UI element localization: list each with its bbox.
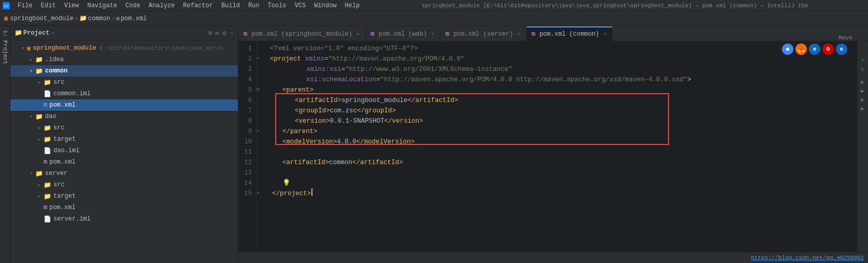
ie-icon[interactable]: e	[836, 43, 847, 55]
run-btn-1[interactable]: ▶	[861, 79, 864, 85]
tree-item-common-src[interactable]: ▸ 📁 src	[10, 77, 238, 88]
breadcrumb-module-icon: ▣	[4, 14, 8, 22]
menu-build[interactable]: Build	[217, 1, 244, 10]
tab-close-2[interactable]: ×	[517, 31, 521, 37]
pom-spacer	[35, 103, 44, 108]
tree-item-common-iml[interactable]: 📄 common.iml	[10, 88, 238, 99]
tab-server[interactable]: m pom.xml (server) ×	[440, 26, 527, 41]
common-iml-label: common.iml	[53, 90, 91, 97]
edge-icon[interactable]: e	[809, 43, 820, 55]
toggle-common-src[interactable]: ▸	[35, 79, 44, 85]
dao-iml-spacer	[35, 148, 44, 154]
dropdown-icon[interactable]: ▾	[51, 30, 54, 36]
menu-edit[interactable]: Edit	[37, 1, 60, 10]
menu-view[interactable]: View	[60, 1, 83, 10]
toggle-server-src[interactable]: ▸	[35, 182, 44, 188]
menu-file[interactable]: File	[13, 1, 37, 10]
run-btn-4[interactable]: ▶	[861, 105, 864, 112]
tree-item-dao[interactable]: ▾ 📁 dao	[10, 111, 238, 122]
tree-item-dao-iml[interactable]: 📄 dao.iml	[10, 145, 238, 156]
opera-icon[interactable]: O	[822, 43, 834, 55]
firefox-icon[interactable]: 🦊	[795, 43, 807, 55]
code-line-8: <version>0.0.1-SNAPSHOT</version>	[270, 116, 864, 126]
tree-item-root[interactable]: ▾ ▣ springboot_module E:\Git\GitReposito…	[10, 42, 238, 54]
breadcrumb-file[interactable]: pom.xml	[121, 15, 147, 22]
tree-item-dao-pom[interactable]: m pom.xml	[10, 156, 238, 168]
settings-icon[interactable]: ⚙	[222, 29, 226, 37]
tab-label-3: pom.xml (common)	[539, 31, 599, 38]
server-label: server	[45, 170, 67, 177]
toggle-common[interactable]: ▾	[27, 68, 35, 74]
root-module-icon: ▣	[27, 45, 31, 52]
status-url[interactable]: https://blog.csdn.net/qq_40298902	[751, 255, 864, 261]
svg-text:IJ: IJ	[4, 4, 9, 8]
breadcrumb-folder[interactable]: common	[88, 15, 110, 22]
tab-close-0[interactable]: ×	[357, 31, 360, 37]
tree-item-server-iml[interactable]: 📄 server.iml	[10, 213, 238, 225]
right-gutter: ✓ ↻ ▶ ▶ ▶ ▶	[857, 41, 868, 252]
tree-item-idea[interactable]: ▸ 📁 .idea	[10, 54, 238, 65]
common-pom-label: pom.xml	[49, 101, 75, 109]
locate-icon[interactable]: ⊕	[208, 29, 212, 37]
sync-icon[interactable]: ↻	[861, 66, 864, 72]
project-icon: 📁	[15, 29, 22, 37]
toggle-server[interactable]: ▾	[27, 170, 35, 177]
toggle-idea[interactable]: ▸	[27, 56, 35, 63]
dao-target-icon: 📁	[44, 136, 51, 143]
maven-panel-label[interactable]: Mave	[839, 35, 852, 41]
app-logo: IJ	[2, 2, 10, 10]
tab-web[interactable]: m pom.xml (web) ×	[365, 26, 440, 41]
tree-item-common-pom[interactable]: m pom.xml	[10, 99, 238, 111]
fold-5[interactable]: m	[257, 85, 266, 95]
server-iml-icon: 📄	[44, 215, 51, 223]
code-editor[interactable]: <?xml version="1.0" encoding="UTF-8"?> <…	[266, 41, 868, 252]
fold-15[interactable]: ▾	[257, 188, 266, 199]
menu-navigate[interactable]: Navigate	[83, 1, 121, 10]
fold-9[interactable]: ▾	[257, 126, 266, 137]
menu-window[interactable]: Window	[310, 1, 340, 10]
iml-spacer	[35, 91, 44, 97]
menu-tools[interactable]: Tools	[264, 1, 291, 10]
project-tree: ▾ ▣ springboot_module E:\Git\GitReposito…	[10, 40, 238, 263]
toggle-root[interactable]: ▾	[19, 45, 27, 51]
server-src-icon: 📁	[44, 181, 51, 189]
chrome-icon[interactable]	[782, 43, 793, 55]
toggle-dao[interactable]: ▾	[27, 113, 35, 120]
breadcrumb-module[interactable]: springboot_module	[10, 15, 73, 22]
tree-item-dao-target[interactable]: ▸ 📁 target	[10, 134, 238, 145]
sidebar-vertical-tab[interactable]: 1: Project	[0, 26, 10, 263]
tree-item-server[interactable]: ▾ 📁 server	[10, 168, 238, 179]
menu-help[interactable]: Help	[340, 1, 364, 10]
toggle-server-target[interactable]: ▸	[35, 193, 44, 199]
code-line-12: <artifactId>common</artifactId>	[270, 157, 864, 168]
server-pom-icon: m	[44, 204, 47, 211]
root-path: E:\Git\GitRepository\java\java_sprin	[96, 45, 223, 51]
toggle-dao-src[interactable]: ▸	[35, 125, 44, 131]
menu-run[interactable]: Run	[244, 1, 264, 10]
tree-item-common[interactable]: ▾ 📁 common	[10, 65, 238, 77]
tree-item-server-target[interactable]: ▸ 📁 target	[10, 191, 238, 202]
menu-code[interactable]: Code	[121, 1, 145, 10]
tab-common[interactable]: m pom.xml (common) ×	[527, 26, 613, 41]
menu-analyze[interactable]: Analyze	[145, 1, 179, 10]
tab-springboot-module[interactable]: m pom.xml (springboot_module) ×	[238, 26, 365, 41]
menu-vcs[interactable]: VCS	[291, 1, 310, 10]
tree-item-dao-src[interactable]: ▸ 📁 src	[10, 122, 238, 134]
tab-close-1[interactable]: ×	[431, 31, 435, 37]
tree-item-server-src[interactable]: ▸ 📁 src	[10, 179, 238, 191]
dao-iml-icon: 📄	[44, 147, 51, 155]
run-btn-2[interactable]: ▶	[861, 87, 864, 94]
scroll-icon[interactable]: ⇌	[216, 29, 220, 37]
dao-src-icon: 📁	[44, 124, 51, 132]
toggle-dao-target[interactable]: ▸	[35, 136, 44, 142]
menu-refactor[interactable]: Refactor	[179, 1, 217, 10]
fold-2[interactable]: ▾	[257, 54, 266, 64]
minimize-icon[interactable]: –	[230, 29, 234, 37]
tree-item-server-pom[interactable]: m pom.xml	[10, 202, 238, 213]
fold-gutter: ▾ m ▾ ▾	[257, 41, 266, 252]
server-pom-label: pom.xml	[49, 204, 75, 211]
tab-close-3[interactable]: ×	[603, 31, 607, 37]
idea-folder-icon: 📁	[35, 56, 43, 64]
code-line-14: 💡	[270, 178, 864, 188]
run-btn-3[interactable]: ▶	[861, 96, 864, 103]
